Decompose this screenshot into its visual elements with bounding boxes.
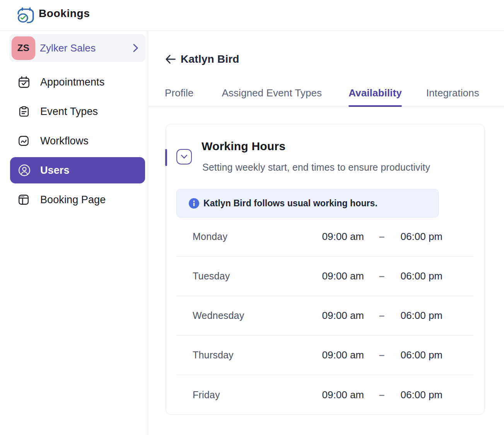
tab-integrations[interactable]: Integrations: [426, 87, 479, 106]
notice-text: Katlyn Bird follows usual working hours.: [203, 198, 378, 209]
time-range-dash: –: [364, 349, 400, 361]
card-subtitle: Setting weekly start, end times to ensur…: [202, 162, 430, 173]
day-row: Friday 09:00 am – 06:00 pm: [176, 375, 473, 414]
sidebar-item-workflows[interactable]: Workflows: [10, 128, 145, 154]
day-row: Thursday 09:00 am – 06:00 pm: [176, 336, 473, 375]
sidebar: ZS Zylker Sales Appointments Event Types: [0, 31, 148, 435]
page-head: Katlyn Bird: [165, 53, 239, 65]
end-time: 06:00 pm: [400, 349, 442, 361]
sidebar-item-appointments[interactable]: Appointments: [10, 69, 145, 95]
card-title: Working Hours: [202, 140, 285, 153]
start-time: 09:00 am: [321, 270, 364, 282]
app-header: Bookings: [0, 0, 504, 31]
start-time: 09:00 am: [321, 389, 364, 401]
page-title: Katlyn Bird: [181, 53, 239, 65]
working-hours-list: Monday 09:00 am – 06:00 pm Tuesday 09:00…: [176, 217, 473, 414]
accent-bar: [165, 149, 167, 166]
end-time: 06:00 pm: [400, 231, 442, 243]
end-time: 06:00 pm: [400, 270, 442, 282]
calendar-check-icon: [19, 76, 29, 88]
chevron-down-icon: [180, 154, 188, 159]
bookings-logo-icon: [15, 7, 36, 25]
time-range-dash: –: [364, 389, 400, 401]
main-content: Profile Assigned Event Types Availabilit…: [149, 31, 504, 435]
browser-icon: [19, 195, 29, 205]
tabbar: Profile Assigned Event Types Availabilit…: [149, 31, 504, 106]
end-time: 06:00 pm: [400, 310, 442, 322]
day-label: Wednesday: [193, 310, 321, 321]
day-label: Tuesday: [193, 271, 321, 282]
clipboard-icon: [19, 106, 29, 117]
user-icon: [19, 164, 30, 176]
working-hours-card: Working Hours Setting weekly start, end …: [166, 124, 485, 415]
notice-banner: Katlyn Bird follows usual working hours.: [176, 189, 439, 218]
sidebar-item-label: Users: [40, 164, 70, 176]
time-range-dash: –: [364, 270, 400, 282]
day-label: Friday: [193, 389, 321, 401]
sidebar-nav: Appointments Event Types Workflows: [0, 69, 148, 216]
tab-availability[interactable]: Availability: [349, 87, 402, 106]
chevron-right-icon: [133, 43, 138, 53]
info-icon: [189, 198, 199, 209]
tab-profile[interactable]: Profile: [165, 87, 193, 106]
sidebar-item-label: Booking Page: [40, 194, 106, 206]
sidebar-item-booking-page[interactable]: Booking Page: [10, 187, 145, 213]
day-row: Wednesday 09:00 am – 06:00 pm: [176, 296, 473, 336]
end-time: 06:00 pm: [400, 389, 442, 401]
day-row: Tuesday 09:00 am – 06:00 pm: [176, 257, 473, 296]
start-time: 09:00 am: [321, 310, 364, 322]
start-time: 09:00 am: [321, 349, 364, 361]
tab-assigned-event-types[interactable]: Assigned Event Types: [222, 87, 322, 106]
time-range-dash: –: [364, 231, 400, 243]
sidebar-item-label: Appointments: [40, 76, 104, 88]
day-label: Thursday: [193, 349, 321, 361]
back-arrow-icon[interactable]: [165, 54, 176, 64]
day-label: Monday: [193, 231, 321, 242]
team-avatar: ZS: [12, 36, 35, 60]
app-title: Bookings: [39, 8, 90, 19]
team-selector[interactable]: ZS Zylker Sales: [9, 34, 145, 62]
sidebar-item-event-types[interactable]: Event Types: [10, 98, 145, 125]
sidebar-item-users[interactable]: Users: [10, 157, 145, 183]
workflow-icon: [19, 136, 29, 146]
team-name: Zylker Sales: [40, 42, 133, 54]
day-row: Monday 09:00 am – 06:00 pm: [176, 217, 473, 257]
tabs: Profile Assigned Event Types Availabilit…: [165, 87, 479, 106]
sidebar-item-label: Event Types: [40, 106, 98, 118]
collapse-button[interactable]: [176, 149, 192, 164]
start-time: 09:00 am: [321, 231, 364, 243]
time-range-dash: –: [364, 310, 400, 322]
sidebar-item-label: Workflows: [40, 135, 89, 147]
